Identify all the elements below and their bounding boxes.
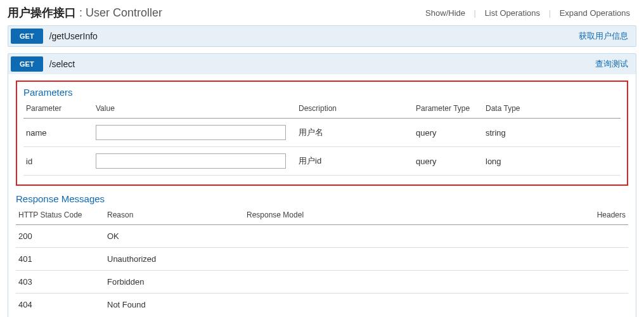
- reason: OK: [105, 225, 244, 248]
- operation-select: GET /select 查询测试 Parameters Parameter Va…: [8, 53, 636, 317]
- operation-path[interactable]: /select: [49, 59, 595, 69]
- controller-name-en: User Controller: [86, 6, 162, 19]
- param-name: id: [23, 147, 93, 176]
- th-response-model: Response Model: [244, 207, 565, 225]
- parameters-table: Parameter Value Description Parameter Ty…: [23, 100, 621, 176]
- operation-header[interactable]: GET /select 查询测试: [8, 54, 636, 74]
- param-name: name: [23, 119, 93, 147]
- th-param-type: Parameter Type: [413, 100, 483, 119]
- operation-summary[interactable]: 获取用户信息: [579, 30, 633, 42]
- controller-header: 用户操作接口 : User Controller Show/Hide | Lis…: [8, 5, 636, 20]
- operation-getuserinfo: GET /getUserInfo 获取用户信息: [8, 25, 636, 47]
- expand-operations-link[interactable]: Expand Operations: [553, 8, 636, 18]
- status-code: 404: [16, 294, 105, 316]
- th-description: Description: [296, 100, 413, 119]
- param-row: id 用户id query long: [23, 147, 621, 176]
- reason: Forbidden: [105, 271, 244, 294]
- response-row: 403 Forbidden: [16, 271, 628, 294]
- response-row: 401 Unauthorized: [16, 248, 628, 271]
- operation-body: Parameters Parameter Value Description P…: [8, 74, 636, 317]
- status-code: 403: [16, 271, 105, 294]
- param-data-type: long: [483, 147, 621, 176]
- param-description: 用户名: [296, 119, 413, 147]
- th-value: Value: [93, 100, 296, 119]
- param-description: 用户id: [296, 147, 413, 176]
- th-parameter: Parameter: [23, 100, 93, 119]
- parameters-title: Parameters: [23, 87, 621, 98]
- operation-path[interactable]: /getUserInfo: [49, 31, 579, 41]
- separator: |: [549, 8, 551, 18]
- param-data-type: string: [483, 119, 621, 147]
- reason: Not Found: [105, 294, 244, 316]
- th-status-code: HTTP Status Code: [16, 207, 105, 225]
- status-code: 200: [16, 225, 105, 248]
- separator: |: [474, 8, 476, 18]
- list-operations-link[interactable]: List Operations: [479, 8, 546, 18]
- show-hide-link[interactable]: Show/Hide: [419, 8, 472, 18]
- method-badge-get: GET: [11, 29, 43, 44]
- status-code: 401: [16, 248, 105, 271]
- method-badge-get: GET: [11, 56, 43, 72]
- response-row: 404 Not Found: [16, 294, 628, 316]
- response-row: 200 OK: [16, 225, 628, 248]
- th-headers: Headers: [565, 207, 628, 225]
- reason: Unauthorized: [105, 248, 244, 271]
- header-links: Show/Hide | List Operations | Expand Ope…: [419, 8, 636, 18]
- parameters-highlight-box: Parameters Parameter Value Description P…: [16, 81, 628, 186]
- th-reason: Reason: [105, 207, 244, 225]
- param-value-input-name[interactable]: [96, 125, 286, 140]
- controller-name-cn: 用户操作接口: [8, 6, 76, 19]
- param-type: query: [413, 147, 483, 176]
- controller-title: 用户操作接口 : User Controller: [8, 5, 162, 20]
- th-data-type: Data Type: [483, 100, 621, 119]
- responses-title: Response Messages: [16, 193, 628, 204]
- param-row: name 用户名 query string: [23, 119, 621, 147]
- controller-sep: :: [79, 6, 86, 19]
- param-value-input-id[interactable]: [96, 153, 286, 169]
- operation-summary[interactable]: 查询测试: [595, 58, 633, 70]
- responses-table: HTTP Status Code Reason Response Model H…: [16, 207, 628, 316]
- operation-header[interactable]: GET /getUserInfo 获取用户信息: [8, 26, 636, 46]
- param-type: query: [413, 119, 483, 147]
